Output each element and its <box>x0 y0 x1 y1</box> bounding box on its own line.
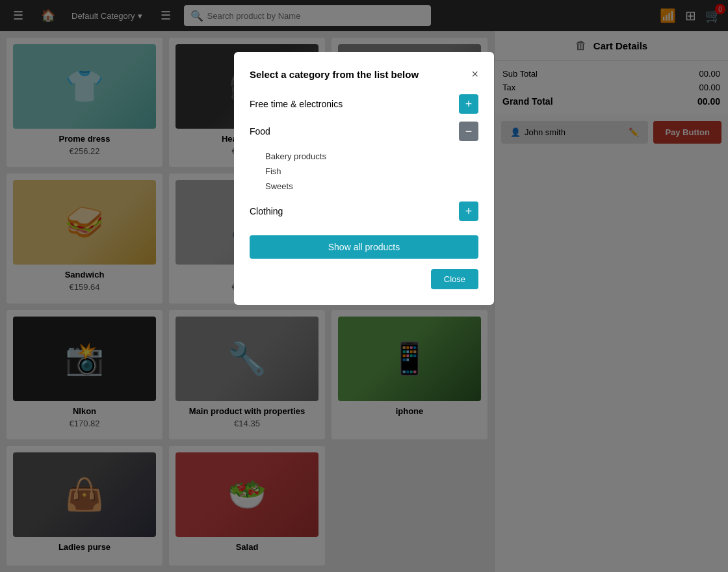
modal-close-button[interactable]: × <box>471 68 478 81</box>
modal-body: Free time & electronics+Food−Bakery prod… <box>250 94 478 259</box>
close-button[interactable]: Close <box>431 269 478 289</box>
subcategory-item[interactable]: Fish <box>265 164 478 179</box>
category-expand-button[interactable]: + <box>459 202 478 221</box>
subcategory-item[interactable]: Bakery products <box>265 149 478 164</box>
category-modal: Select a category from the list below × … <box>234 52 494 305</box>
category-collapse-button[interactable]: − <box>459 122 478 141</box>
category-label: Free time & electronics <box>250 99 452 109</box>
category-row: Free time & electronics+ <box>250 94 478 114</box>
category-label: Food <box>250 126 452 136</box>
category-row: Food− <box>250 122 478 141</box>
show-all-products-button[interactable]: Show all products <box>250 235 478 259</box>
modal-footer: Close <box>250 269 478 289</box>
modal-overlay: Select a category from the list below × … <box>0 0 728 572</box>
category-label: Clothing <box>250 206 452 216</box>
category-expand-button[interactable]: + <box>459 94 478 114</box>
subcategory-list: Bakery productsFishSweets <box>265 149 478 194</box>
subcategory-item[interactable]: Sweets <box>265 179 478 194</box>
category-row: Clothing+ <box>250 202 478 221</box>
modal-header: Select a category from the list below × <box>250 68 478 81</box>
modal-title: Select a category from the list below <box>250 69 419 80</box>
